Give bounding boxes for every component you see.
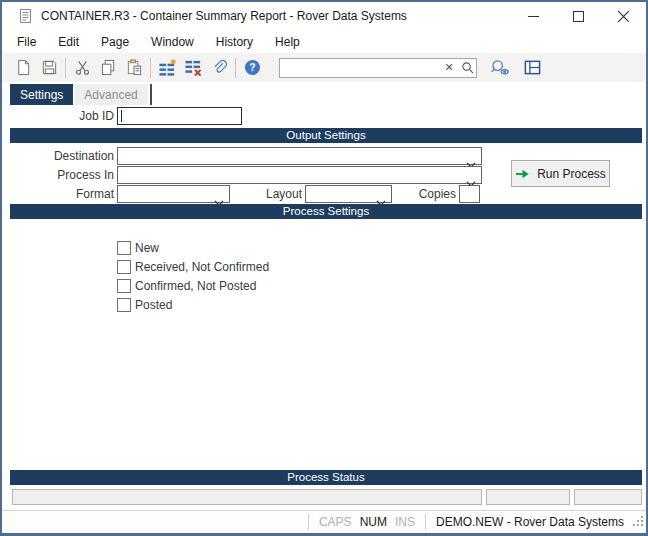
output-settings-header: Output Settings	[10, 128, 642, 143]
process-in-dropdown[interactable]	[117, 166, 482, 184]
find-record-icon[interactable]	[487, 56, 513, 80]
svg-text:?: ?	[249, 62, 255, 73]
status-progress-field	[486, 489, 570, 505]
format-label: Format	[2, 185, 114, 203]
copies-input[interactable]	[459, 185, 480, 203]
delete-row-icon[interactable]	[180, 56, 206, 80]
process-status-header: Process Status	[10, 470, 642, 485]
layout-dropdown[interactable]	[305, 185, 392, 203]
resize-grip[interactable]	[632, 515, 644, 530]
checkbox-new[interactable]	[117, 241, 131, 255]
checkbox-new-label: New	[135, 241, 159, 255]
checkbox-confirmed-not-posted[interactable]	[117, 279, 131, 293]
tab-advanced[interactable]: Advanced	[74, 84, 147, 105]
statusbar-separator	[308, 514, 309, 530]
database-context: DEMO.NEW - Rover Data Systems	[432, 515, 628, 529]
save-icon[interactable]	[36, 56, 62, 80]
tab-settings[interactable]: Settings	[10, 84, 73, 105]
text-caret	[121, 110, 122, 122]
search-input[interactable]	[280, 60, 440, 76]
search-icon[interactable]	[458, 59, 476, 77]
run-process-button[interactable]: Run Process	[511, 160, 610, 187]
checkbox-posted[interactable]	[117, 298, 131, 312]
process-settings-header: Process Settings	[10, 204, 642, 219]
tab-strip-edge	[150, 84, 152, 105]
close-button[interactable]	[601, 2, 646, 30]
checkbox-posted-label: Posted	[135, 298, 172, 312]
toolbar-search: ✕	[279, 58, 477, 78]
insert-mode-indicator: INS	[391, 515, 419, 529]
num-lock-indicator: NUM	[356, 515, 391, 529]
menu-page[interactable]: Page	[90, 32, 140, 52]
checkbox-confirmed-label: Confirmed, Not Posted	[135, 279, 256, 293]
copies-label: Copies	[382, 185, 456, 203]
caps-lock-indicator: CAPS	[315, 515, 356, 529]
destination-dropdown[interactable]	[117, 147, 482, 165]
status-count-field	[574, 489, 642, 505]
status-message-field	[12, 489, 482, 505]
window-title: CONTAINER.R3 - Container Summary Report …	[41, 9, 407, 23]
checkbox-received-not-confirmed[interactable]	[117, 260, 131, 274]
attachment-icon[interactable]	[206, 56, 232, 80]
menu-edit[interactable]: Edit	[47, 32, 90, 52]
toolbar-separator	[235, 58, 236, 78]
menu-bar: File Edit Page Window History Help	[2, 30, 646, 53]
layout-label: Layout	[222, 185, 302, 203]
layout-view-icon[interactable]	[519, 56, 545, 80]
paste-icon[interactable]	[121, 56, 147, 80]
menu-file[interactable]: File	[6, 32, 47, 52]
add-row-icon[interactable]	[154, 56, 180, 80]
process-in-label: Process In	[2, 166, 114, 184]
maximize-button[interactable]	[556, 2, 601, 30]
statusbar-separator	[425, 514, 426, 530]
menu-help[interactable]: Help	[264, 32, 311, 52]
report-document-icon	[18, 8, 33, 24]
menu-history[interactable]: History	[205, 32, 264, 52]
format-dropdown[interactable]	[117, 185, 230, 203]
run-process-label: Run Process	[537, 167, 606, 181]
minimize-button[interactable]	[511, 2, 556, 30]
job-id-input[interactable]	[117, 107, 242, 125]
toolbar-separator	[150, 58, 151, 78]
toolbar: ? ✕	[2, 53, 646, 82]
run-arrow-icon	[515, 168, 530, 180]
clear-search-icon[interactable]: ✕	[440, 59, 458, 77]
menu-window[interactable]: Window	[140, 32, 205, 52]
job-id-label: Job ID	[2, 107, 114, 125]
help-icon[interactable]: ?	[239, 56, 265, 80]
checkbox-received-label: Received, Not Confirmed	[135, 260, 269, 274]
status-bar: CAPS NUM INS DEMO.NEW - Rover Data Syste…	[2, 510, 646, 533]
copy-icon[interactable]	[95, 56, 121, 80]
destination-label: Destination	[2, 147, 114, 165]
title-bar: CONTAINER.R3 - Container Summary Report …	[2, 2, 646, 30]
toolbar-separator	[65, 58, 66, 78]
tab-strip: Settings Advanced	[10, 84, 152, 105]
application-window: CONTAINER.R3 - Container Summary Report …	[0, 0, 648, 536]
cut-icon[interactable]	[69, 56, 95, 80]
new-document-icon[interactable]	[10, 56, 36, 80]
